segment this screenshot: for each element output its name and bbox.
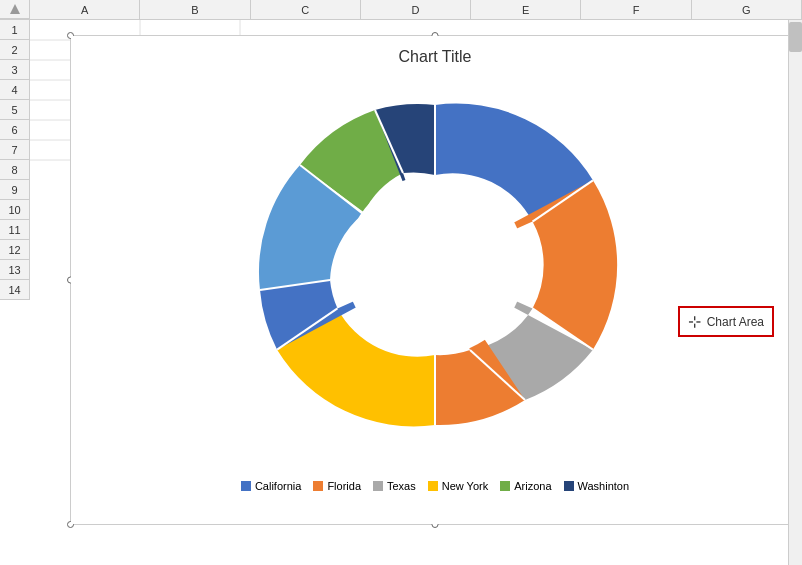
col-header-d[interactable]: D xyxy=(361,0,471,19)
spreadsheet: A B C D E F G 1 2 3 4 5 6 7 8 9 10 11 12… xyxy=(0,0,802,565)
row-5[interactable]: 5 xyxy=(0,100,30,120)
legend-color-florida xyxy=(313,481,323,491)
col-header-a[interactable]: A xyxy=(30,0,140,19)
row-10[interactable]: 10 xyxy=(0,200,30,220)
chart-legend: California Florida Texas New York xyxy=(71,474,799,498)
row-14[interactable]: 14 xyxy=(0,280,30,300)
legend-label-texas: Texas xyxy=(387,480,416,492)
scrollbar-thumb[interactable] xyxy=(789,22,802,52)
legend-item-florida: Florida xyxy=(313,480,361,492)
legend-color-arizona xyxy=(500,481,510,491)
donut-hole xyxy=(345,175,525,355)
legend-item-washington: Washinton xyxy=(564,480,630,492)
donut-chart-svg xyxy=(245,90,625,450)
svg-marker-0 xyxy=(10,4,20,14)
col-header-f[interactable]: F xyxy=(581,0,691,19)
col-header-g[interactable]: G xyxy=(692,0,802,19)
sort-icon xyxy=(10,4,20,14)
legend-color-newyork xyxy=(428,481,438,491)
grid-body: 1 2 3 4 5 6 7 8 9 10 11 12 13 14 xyxy=(0,20,802,565)
row-13[interactable]: 13 xyxy=(0,260,30,280)
legend-item-california: California xyxy=(241,480,301,492)
col-header-e[interactable]: E xyxy=(471,0,581,19)
legend-item-arizona: Arizona xyxy=(500,480,551,492)
chart-container[interactable]: Chart Title xyxy=(70,35,800,525)
chart-title: Chart Title xyxy=(71,36,799,66)
chart-area-label: Chart Area xyxy=(707,315,764,329)
legend-label-florida: Florida xyxy=(327,480,361,492)
legend-color-texas xyxy=(373,481,383,491)
row-3[interactable]: 3 xyxy=(0,60,30,80)
legend-color-washington xyxy=(564,481,574,491)
legend-label-arizona: Arizona xyxy=(514,480,551,492)
row-6[interactable]: 6 xyxy=(0,120,30,140)
col-header-c[interactable]: C xyxy=(251,0,361,19)
row-2[interactable]: 2 xyxy=(0,40,30,60)
legend-label-newyork: New York xyxy=(442,480,488,492)
column-header-row: A B C D E F G xyxy=(0,0,802,20)
cells-area: Chart Title xyxy=(30,20,802,565)
col-header-b[interactable]: B xyxy=(140,0,250,19)
move-cursor-icon: ⊹ xyxy=(688,312,701,331)
row-9[interactable]: 9 xyxy=(0,180,30,200)
legend-label-washington: Washinton xyxy=(578,480,630,492)
legend-color-california xyxy=(241,481,251,491)
chart-area-tooltip: ⊹ Chart Area xyxy=(678,306,774,337)
row-1[interactable]: 1 xyxy=(0,20,30,40)
row-11[interactable]: 11 xyxy=(0,220,30,240)
scrollbar-vertical[interactable] xyxy=(788,20,802,565)
row-7[interactable]: 7 xyxy=(0,140,30,160)
legend-label-california: California xyxy=(255,480,301,492)
legend-item-newyork: New York xyxy=(428,480,488,492)
row-8[interactable]: 8 xyxy=(0,160,30,180)
row-12[interactable]: 12 xyxy=(0,240,30,260)
corner-cell xyxy=(0,0,30,19)
row-headers: 1 2 3 4 5 6 7 8 9 10 11 12 13 14 xyxy=(0,20,30,565)
chart-inner: Chart Title xyxy=(71,36,799,524)
row-4[interactable]: 4 xyxy=(0,80,30,100)
donut-area xyxy=(71,66,799,474)
legend-item-texas: Texas xyxy=(373,480,416,492)
